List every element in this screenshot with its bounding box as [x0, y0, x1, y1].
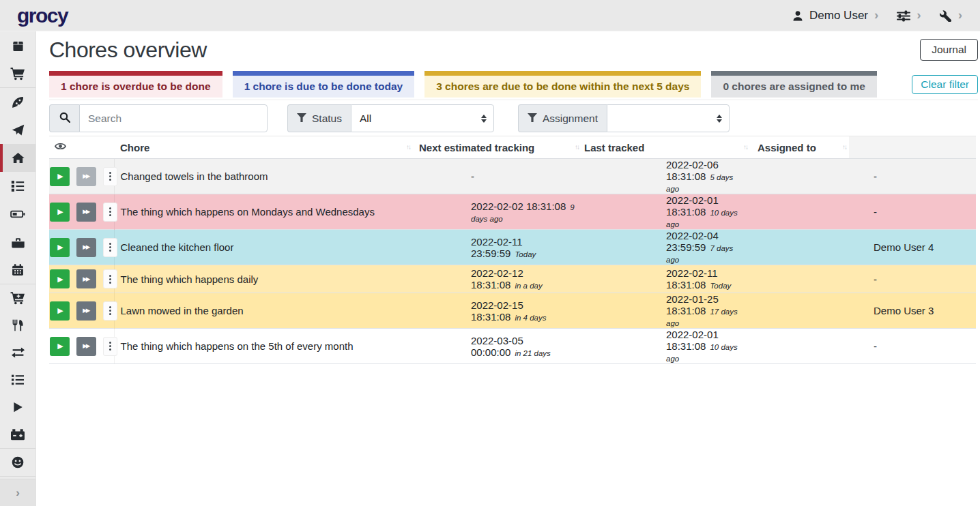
assigned-to-cell: - — [750, 265, 976, 293]
table-row: ▶ ▶▶ The thing which happens daily 2022-… — [49, 265, 976, 293]
play-icon — [12, 400, 24, 414]
table-row: ▶ ▶▶ Lawn mowed in the garden 2022-02-15… — [49, 293, 976, 329]
status-select[interactable]: All — [351, 104, 494, 132]
column-header-next-tracking[interactable]: Next estimated tracking↑↓ — [413, 136, 581, 159]
column-header-last-tracked[interactable]: Last tracked↑↓ — [581, 136, 750, 159]
track-chore-execution-button[interactable]: ▶ — [50, 301, 70, 321]
sort-icon: ↑↓ — [575, 143, 579, 151]
skip-next-schedule-button[interactable]: ▶▶ — [76, 167, 96, 186]
track-chore-execution-button[interactable]: ▶ — [50, 337, 70, 356]
track-chore-execution-button[interactable]: ▶ — [50, 167, 70, 186]
column-header-chore[interactable]: Chore↑↓ — [114, 136, 413, 159]
sidebar-item-recipes[interactable] — [0, 88, 35, 116]
chore-context-menu-button[interactable] — [103, 203, 117, 222]
assignment-select[interactable] — [607, 104, 730, 132]
sidebar-item-battery-tracking[interactable] — [0, 421, 35, 448]
sidebar-item-tasks[interactable] — [0, 172, 35, 200]
column-visibility-header[interactable] — [49, 136, 114, 159]
status-filter-group: Status All — [287, 104, 494, 132]
chore-name-cell[interactable]: Lawn mowed in the garden — [114, 293, 413, 329]
row-controls-cell: ▶ ▶▶ — [49, 159, 114, 194]
journal-button[interactable]: Journal — [920, 39, 978, 61]
column-header-assigned-to[interactable]: Assigned to↑↓ — [750, 136, 849, 159]
chore-name-cell[interactable]: Cleaned the kitchen floor — [114, 230, 413, 265]
ellipsis-icon — [109, 273, 111, 285]
cart-plus-icon — [10, 291, 25, 305]
sidebar-item-calendar[interactable] — [0, 256, 35, 284]
skip-next-schedule-button[interactable]: ▶▶ — [76, 301, 96, 321]
utensils-icon — [12, 318, 25, 332]
sidebar-item-chore-tracking[interactable] — [0, 393, 35, 421]
sidebar-item-equipment[interactable] — [0, 228, 35, 256]
track-chore-execution-button[interactable]: ▶ — [50, 269, 70, 288]
grocy-logo[interactable]: grocy — [17, 4, 68, 27]
sidebar-item-inventory[interactable] — [0, 366, 35, 393]
chore-context-menu-button[interactable] — [103, 337, 117, 356]
assigned-to-cell: - — [750, 194, 976, 230]
assigned-to-me-filter-card[interactable]: 0 chores are assigned to me — [711, 71, 876, 98]
track-chore-execution-button[interactable]: ▶ — [50, 238, 70, 257]
fast-forward-icon: ▶▶ — [83, 244, 89, 250]
overdue-filter-card[interactable]: 1 chore is overdue to be done — [49, 71, 222, 98]
due-today-filter-card[interactable]: 1 chore is due to be done today — [233, 71, 415, 98]
filter-icon — [297, 113, 306, 125]
exchange-icon — [11, 346, 25, 359]
next-tracking-cell: 2022-02-12 18:31:08in a day — [413, 265, 581, 293]
last-tracked-cell: 2022-02-06 18:31:085 days ago — [581, 159, 750, 194]
sidebar-item-meal-plan[interactable] — [0, 116, 35, 144]
sidebar-item-feedback[interactable] — [0, 449, 35, 476]
sort-icon: ↑↓ — [842, 143, 846, 151]
wrench-icon — [940, 10, 952, 22]
due-soon-filter-card[interactable]: 3 chores are due to be done within the n… — [424, 71, 701, 98]
chore-context-menu-button[interactable] — [103, 238, 117, 257]
chore-context-menu-button[interactable] — [103, 269, 117, 288]
skip-next-schedule-button[interactable]: ▶▶ — [76, 238, 96, 257]
row-controls-cell: ▶ ▶▶ — [49, 265, 114, 293]
chore-context-menu-button[interactable] — [103, 301, 117, 321]
table-row: ▶ ▶▶ The thing which happens on the 5th … — [49, 329, 976, 364]
skip-next-schedule-button[interactable]: ▶▶ — [76, 203, 96, 222]
smiley-icon — [11, 456, 25, 469]
box-icon — [11, 40, 25, 53]
settings-menu[interactable]: › — [897, 9, 921, 22]
sidebar-item-chores-overview[interactable] — [0, 144, 35, 172]
chore-name-cell[interactable]: The thing which happens daily — [114, 265, 413, 293]
next-tracking-cell: - — [413, 159, 581, 194]
admin-menu[interactable]: › — [940, 9, 962, 22]
play-icon: ▶ — [57, 208, 63, 215]
chore-context-menu-button[interactable] — [103, 167, 117, 186]
chore-name-cell[interactable]: The thing which happens on the 5th of ev… — [114, 329, 413, 364]
table-row: ▶ ▶▶ Changed towels in the bathroom - 20… — [49, 159, 976, 194]
skip-next-schedule-button[interactable]: ▶▶ — [76, 269, 96, 288]
ellipsis-icon — [109, 170, 111, 182]
list-icon — [11, 374, 25, 386]
sidebar: › — [0, 31, 36, 506]
track-chore-execution-button[interactable]: ▶ — [50, 203, 70, 222]
sidebar-item-purchase[interactable] — [0, 284, 35, 312]
chevron-right-icon: › — [917, 8, 921, 21]
search-input[interactable] — [79, 104, 268, 132]
sidebar-item-consume[interactable] — [0, 312, 35, 339]
last-tracked-cell: 2022-02-11 18:31:08Today — [581, 265, 750, 293]
ellipsis-icon — [109, 206, 111, 218]
sidebar-item-stock[interactable] — [0, 33, 35, 60]
chores-table: Chore↑↓ Next estimated tracking↑↓ Last t… — [49, 136, 976, 364]
assigned-to-cell: - — [750, 159, 976, 194]
play-icon: ▶ — [57, 173, 63, 180]
skip-next-schedule-button[interactable]: ▶▶ — [76, 337, 96, 356]
chore-name-cell[interactable]: Changed towels in the bathroom — [114, 159, 413, 194]
page-title: Chores overview — [49, 39, 207, 61]
table-header-row: Chore↑↓ Next estimated tracking↑↓ Last t… — [49, 136, 976, 159]
sidebar-expand-button[interactable]: › — [0, 479, 35, 506]
eye-icon — [55, 141, 66, 151]
ellipsis-icon — [109, 340, 111, 352]
next-tracking-cell: 2022-02-11 23:59:59Today — [413, 230, 581, 265]
clear-filter-button[interactable]: Clear filter — [912, 75, 978, 94]
table-row: ▶ ▶▶ Cleaned the kitchen floor 2022-02-1… — [49, 230, 976, 265]
sidebar-item-batteries[interactable] — [0, 200, 35, 228]
user-menu[interactable]: Demo User › — [792, 9, 878, 23]
sidebar-item-shopping-list[interactable] — [0, 60, 35, 87]
sidebar-item-transfer[interactable] — [0, 339, 35, 366]
assignment-filter-label: Assignment — [518, 104, 607, 132]
chore-name-cell[interactable]: The thing which happens on Mondays and W… — [114, 194, 413, 230]
